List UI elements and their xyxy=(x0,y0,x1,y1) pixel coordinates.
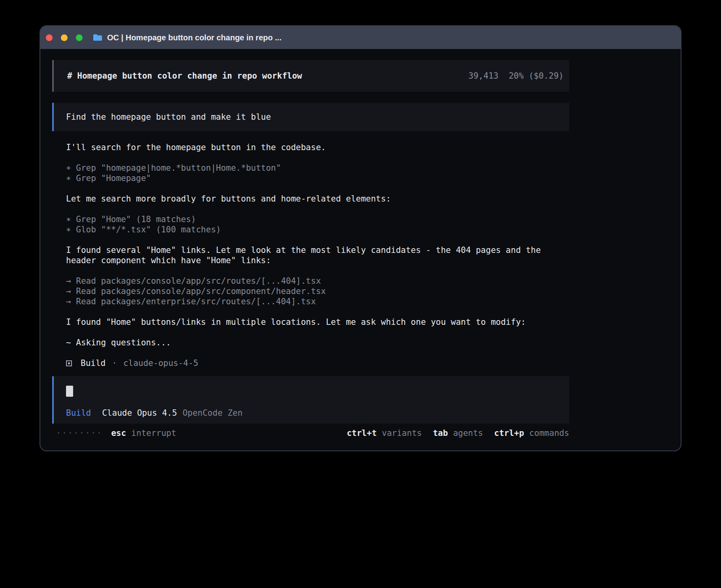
model-badge[interactable]: Claude Opus 4.5 xyxy=(102,408,177,418)
separator-dot: · xyxy=(112,358,117,368)
prompt-input[interactable]: Build Claude Opus 4.5 OpenCode Zen xyxy=(52,376,569,424)
close-window-button[interactable] xyxy=(46,34,53,41)
tool-call-read: → Read packages/console/app/src/componen… xyxy=(66,286,559,296)
traffic-lights xyxy=(46,34,83,41)
commands-label: commands xyxy=(529,428,569,438)
input-mode-row: Build Claude Opus 4.5 OpenCode Zen xyxy=(66,408,560,418)
tool-call-glob: ∗ Glob "**/*.tsx" (100 matches) xyxy=(66,224,559,235)
window-title: OC | Homepage button color change in rep… xyxy=(107,33,281,42)
terminal-window: OC | Homepage button color change in rep… xyxy=(40,25,681,451)
text-cursor xyxy=(66,386,73,397)
user-message-block: Find the homepage button and make it blu… xyxy=(52,103,569,131)
tool-call-grep: ∗ Grep "Home" (18 matches) xyxy=(66,214,559,224)
window-titlebar[interactable]: OC | Homepage button color change in rep… xyxy=(40,26,681,49)
interrupt-label: interrupt xyxy=(131,428,176,438)
ctrl-t-key-label: ctrl+t xyxy=(347,428,377,438)
assistant-message: I found "Home" buttons/links in multiple… xyxy=(66,317,559,327)
status-bar: ········ esc interrupt ctrl+t variants t… xyxy=(52,428,569,438)
user-message-text: Find the homepage button and make it blu… xyxy=(66,112,271,122)
assistant-transcript: I'll search for the homepage button in t… xyxy=(52,142,569,368)
agents-label: agents xyxy=(453,428,483,438)
mode-badge[interactable]: Build xyxy=(66,408,91,418)
tool-call-read: → Read packages/console/app/src/routes/[… xyxy=(66,276,559,286)
tool-call-read: → Read packages/enterprise/src/routes/[.… xyxy=(66,296,559,307)
agent-model-name: claude-opus-4-5 xyxy=(123,358,198,368)
commands-hint: ctrl+p commands xyxy=(494,428,569,438)
session-title: # Homepage button color change in repo w… xyxy=(67,71,302,81)
tab-key-label: tab xyxy=(433,428,448,438)
session-header: # Homepage button color change in repo w… xyxy=(52,60,569,92)
spinner-dots: ········ xyxy=(56,428,102,438)
ctrl-p-key-label: ctrl+p xyxy=(494,428,524,438)
status-bar-right: ctrl+t variants tab agents ctrl+p comman… xyxy=(347,428,569,438)
variants-label: variants xyxy=(382,428,422,438)
zoom-window-button[interactable] xyxy=(76,34,83,41)
assistant-working-status: ~ Asking questions... xyxy=(66,337,559,348)
status-bar-left: ········ esc interrupt xyxy=(56,428,176,438)
esc-key-label: esc xyxy=(111,428,126,438)
assistant-message: I'll search for the homepage button in t… xyxy=(66,142,559,153)
assistant-message: Let me search more broadly for buttons a… xyxy=(66,194,559,204)
folder-icon xyxy=(93,34,102,41)
tui-content: # Homepage button color change in repo w… xyxy=(52,60,569,438)
provider-badge: OpenCode Zen xyxy=(183,408,243,418)
agent-name: Build xyxy=(81,358,106,368)
agent-status-line: Build · claude-opus-4-5 xyxy=(66,358,559,368)
agent-icon xyxy=(66,360,72,366)
token-count: 39,413 xyxy=(468,71,498,81)
context-usage-cost: 20% ($0.29) xyxy=(509,71,564,81)
assistant-message: I found several "Home" links. Let me loo… xyxy=(66,245,559,266)
variants-hint: ctrl+t variants xyxy=(347,428,422,438)
session-stats: 39,413 20% ($0.29) xyxy=(468,71,564,81)
agents-hint: tab agents xyxy=(433,428,483,438)
minimize-window-button[interactable] xyxy=(61,34,68,41)
tool-call-grep: ∗ Grep "Homepage" xyxy=(66,173,559,183)
interrupt-hint: esc interrupt xyxy=(111,428,176,438)
tool-call-grep: ∗ Grep "homepage|home.*button|Home.*butt… xyxy=(66,163,559,173)
